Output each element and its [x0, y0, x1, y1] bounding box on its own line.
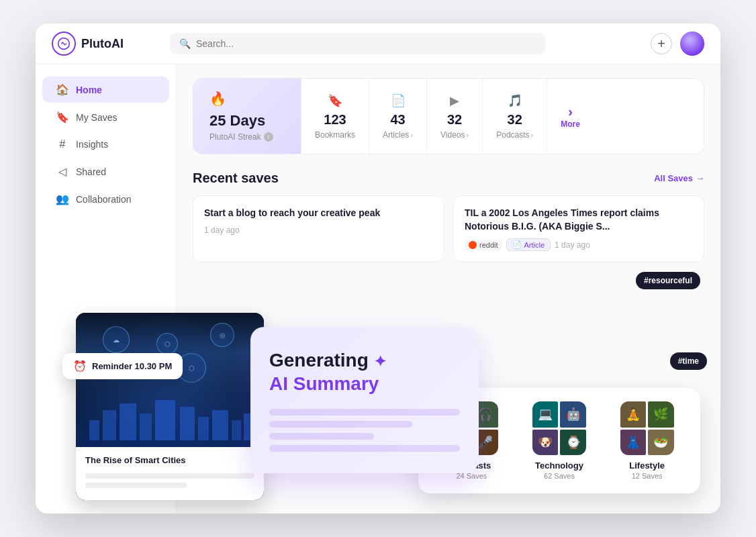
stats-bar: 🔥 25 Days PlutoAI Streak i 🔖 123 Bookmar…	[193, 78, 704, 154]
stat-count: 43	[390, 112, 405, 128]
ai-line	[269, 433, 374, 440]
collection-img: 🥗	[648, 430, 674, 456]
hashtag-resourceful[interactable]: #resourceful	[636, 272, 700, 289]
streak-label: PlutoAI Streak i	[209, 132, 285, 142]
hashtag-time[interactable]: #time	[670, 352, 707, 370]
search-icon: 🔍	[179, 38, 191, 49]
articles-icon: 📄	[391, 93, 406, 108]
collection-img: 💻	[532, 401, 559, 428]
smart-city-title: The Rise of Smart Cities	[76, 447, 264, 473]
ai-lines	[269, 409, 460, 452]
logo-icon	[52, 32, 76, 56]
save-card-2[interactable]: TIL a 2002 Los Angeles Times report clai…	[453, 195, 704, 262]
save-title: Start a blog to reach your creative peak	[204, 207, 432, 220]
saves-grid: Start a blog to reach your creative peak…	[193, 195, 704, 262]
svg-rect-7	[198, 417, 209, 440]
arrow-icon: ›	[531, 131, 534, 139]
collection-img: 🧘	[620, 401, 647, 428]
line-placeholder-short	[85, 483, 187, 488]
stat-articles[interactable]: 📄 43 Articles ›	[369, 79, 426, 154]
stat-videos[interactable]: ▶ 32 Videos ›	[426, 79, 482, 154]
arrow-icon: ›	[410, 131, 413, 139]
all-saves-link[interactable]: All Saves →	[654, 173, 704, 183]
search-input[interactable]	[196, 38, 536, 49]
streak-days: 25 Days	[209, 112, 285, 130]
svg-rect-9	[232, 420, 241, 440]
insights-icon: #	[56, 138, 69, 150]
more-label: More	[561, 119, 580, 129]
app-window: PlutoAI 🔍 + 🏠 Home 🔖 My Saves #	[36, 23, 720, 514]
ai-line	[269, 421, 412, 428]
avatar-image	[680, 32, 704, 56]
videos-icon: ▶	[450, 93, 459, 108]
collection-img: 🐶	[532, 430, 559, 456]
svg-rect-2	[103, 410, 116, 440]
more-chevron-icon: ›	[568, 104, 573, 119]
reminder-icon: ⏰	[73, 360, 87, 373]
sidebar-item-collaboration[interactable]: 👥 Collaboration	[42, 186, 169, 212]
reddit-icon	[469, 241, 477, 249]
bookmarks-icon: 🔖	[328, 93, 342, 108]
collection-img: 👗	[620, 430, 647, 456]
svg-rect-1	[89, 420, 99, 440]
city-silhouette	[76, 380, 264, 447]
ai-line	[269, 409, 460, 416]
header-actions: +	[651, 32, 704, 56]
stat-podcasts[interactable]: 🎵 32 Podcasts ›	[482, 79, 547, 154]
collection-img: 🤖	[560, 401, 586, 428]
collection-img: ⌚	[560, 430, 586, 456]
sidebar-item-label: Collaboration	[76, 194, 132, 205]
info-icon[interactable]: i	[264, 132, 273, 142]
avatar[interactable]	[680, 32, 704, 56]
sidebar-item-home[interactable]: 🏠 Home	[42, 77, 169, 103]
stat-bookmarks[interactable]: 🔖 123 Bookmarks	[301, 79, 369, 154]
stat-count: 32	[508, 112, 522, 128]
search-bar[interactable]: 🔍	[170, 33, 546, 54]
sidebar-item-label: My Saves	[76, 112, 117, 123]
sidebar-item-label: Home	[76, 85, 102, 95]
article-badge: 📄 Article	[506, 238, 551, 251]
collection-image-grid: 💻 🤖 🐶 ⌚	[532, 401, 586, 455]
bookmark-icon: 🔖	[56, 111, 69, 124]
svg-rect-8	[212, 410, 228, 440]
arrow-icon: ›	[467, 131, 469, 139]
smart-city-lines	[76, 473, 264, 500]
sidebar-item-label: Shared	[76, 166, 106, 177]
stat-label: Videos ›	[440, 130, 469, 140]
save-meta: 1 day ago	[204, 226, 432, 235]
sidebar-item-my-saves[interactable]: 🔖 My Saves	[42, 104, 169, 130]
svg-rect-5	[155, 400, 175, 440]
stat-label: Bookmarks	[315, 130, 355, 140]
section-title: Recent saves	[193, 170, 279, 186]
collection-lifestyle[interactable]: 🧘 🌿 👗 🥗 Lifestyle 12 Saves	[607, 401, 687, 480]
collection-image-grid: 🧘 🌿 👗 🥗	[620, 401, 674, 455]
sidebar-item-shared[interactable]: ◁ Shared	[42, 158, 169, 185]
collection-technology[interactable]: 💻 🤖 🐶 ⌚ Technology 62 Saves	[520, 401, 600, 480]
save-title: TIL a 2002 Los Angeles Times report clai…	[465, 207, 693, 233]
stat-count: 123	[324, 112, 346, 128]
logo-area: PlutoAI	[52, 32, 159, 56]
reddit-source-badge: reddit	[465, 240, 502, 250]
fire-icon: 🔥	[209, 91, 285, 107]
smart-city-image: ☁ ⬡ ◎ ◇ ⬡	[76, 313, 264, 447]
add-button[interactable]: +	[651, 33, 672, 54]
collection-saves: 12 Saves	[632, 472, 663, 480]
network-node: ⬡	[156, 333, 178, 354]
article-icon: 📄	[512, 240, 522, 249]
svg-rect-3	[120, 403, 136, 440]
stat-count: 32	[447, 112, 462, 128]
shared-icon: ◁	[56, 165, 69, 178]
collection-saves: 62 Saves	[544, 472, 575, 480]
more-stat[interactable]: › More	[547, 79, 594, 154]
line-placeholder	[85, 473, 254, 479]
reminder-text: Reminder 10.30 PM	[92, 361, 172, 371]
save-card-1[interactable]: Start a blog to reach your creative peak…	[193, 195, 444, 262]
stat-label: Articles ›	[383, 130, 413, 140]
smart-city-card[interactable]: ☁ ⬡ ◎ ◇ ⬡ The Rise of Sma	[76, 313, 264, 500]
header: PlutoAI 🔍 +	[36, 23, 720, 64]
svg-rect-4	[140, 413, 152, 440]
app-name: PlutoAI	[81, 37, 124, 51]
save-time: 1 day ago	[204, 226, 240, 235]
ai-line	[269, 445, 460, 452]
sidebar-item-insights[interactable]: # Insights	[42, 132, 169, 157]
